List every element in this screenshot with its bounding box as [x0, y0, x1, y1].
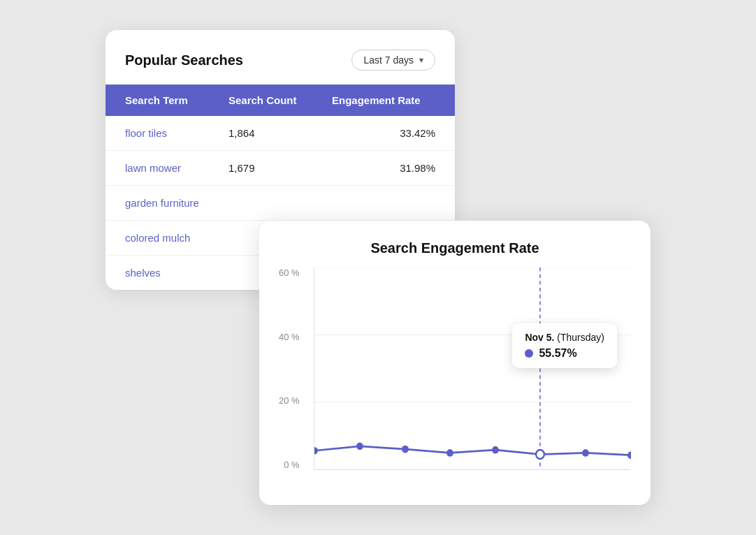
y-label: 20 % — [279, 395, 300, 406]
engagement-card: Search Engagement Rate 60 % 40 % 20 % 0 … — [259, 221, 650, 505]
y-label: 40 % — [279, 332, 300, 342]
main-container: Popular Searches Last 7 days ▾ Search Te… — [106, 30, 650, 505]
rate-cell: 33.42% — [332, 127, 435, 139]
table-row: garden furniture — [106, 186, 455, 221]
tooltip-date: Nov 5. (Thursday) — [525, 332, 604, 343]
col-engagement-rate: Engagement Rate — [332, 94, 435, 106]
tooltip-day: (Thursday) — [557, 332, 604, 343]
chart-dot — [582, 449, 589, 457]
table-row: lawn mower 1,679 31.98% — [106, 151, 455, 186]
term-cell: garden furniture — [125, 197, 228, 209]
chart-tooltip: Nov 5. (Thursday) 55.57% — [512, 323, 617, 368]
y-label: 0 % — [284, 460, 299, 470]
table-header: Search Term Search Count Engagement Rate — [106, 85, 455, 116]
term-cell: lawn mower — [125, 162, 228, 174]
tooltip-date-bold: Nov 5. — [525, 332, 554, 343]
count-cell: 1,864 — [228, 127, 332, 139]
engagement-title: Search Engagement Rate — [279, 240, 631, 256]
chart-dot — [402, 446, 409, 453]
col-search-count: Search Count — [228, 94, 332, 106]
chart-dot — [314, 447, 318, 455]
tooltip-value: 55.57% — [525, 347, 604, 360]
dropdown-label: Last 7 days — [363, 54, 414, 66]
tooltip-percentage: 55.57% — [539, 347, 576, 360]
chart-inner — [314, 268, 631, 470]
card-header: Popular Searches Last 7 days ▾ — [106, 50, 455, 85]
chart-active-dot — [536, 450, 544, 459]
table-row: floor tiles 1,864 33.42% — [106, 116, 455, 151]
term-cell: floor tiles — [125, 127, 228, 139]
count-cell: 1,679 — [228, 162, 332, 174]
col-search-term: Search Term — [125, 94, 228, 106]
y-label: 60 % — [279, 268, 300, 278]
tooltip-dot-icon — [525, 349, 533, 358]
date-range-dropdown[interactable]: Last 7 days ▾ — [351, 50, 435, 71]
chart-dot — [492, 446, 499, 454]
chart-dot — [627, 451, 631, 459]
chart-dot — [446, 449, 453, 457]
card-title: Popular Searches — [125, 52, 243, 68]
chart-dot — [356, 442, 363, 450]
y-axis: 60 % 40 % 20 % 0 % — [279, 268, 305, 470]
chart-area: 60 % 40 % 20 % 0 % — [279, 268, 631, 491]
chart-svg — [314, 268, 631, 469]
term-cell: shelves — [125, 267, 228, 279]
term-cell: colored mulch — [125, 232, 228, 244]
rate-cell: 31.98% — [332, 162, 435, 174]
chevron-down-icon: ▾ — [419, 55, 423, 65]
